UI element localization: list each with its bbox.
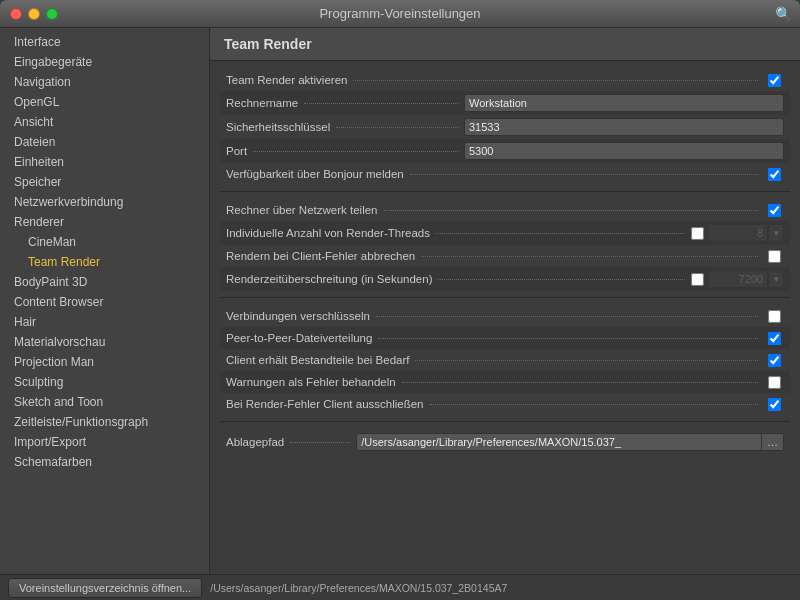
row-port: Port — [220, 139, 790, 163]
sidebar-item-team-render[interactable]: Team Render — [0, 252, 209, 272]
sidebar-item-interface[interactable]: Interface — [0, 32, 209, 52]
control-client-fehler[interactable] — [764, 250, 784, 263]
render-fehler-checkbox[interactable] — [768, 398, 781, 411]
label-renderzeitüberschreitung: Renderzeitüberschreitung (in Sekunden) — [226, 273, 691, 285]
label-verbindungen: Verbindungen verschlüsseln — [226, 310, 764, 322]
sidebar-item-eingabegerate[interactable]: Eingabegeräte — [0, 52, 209, 72]
control-render-fehler[interactable] — [764, 398, 784, 411]
sidebar-item-cineman[interactable]: CineMan — [0, 232, 209, 252]
sidebar-item-import-export[interactable]: Import/Export — [0, 432, 209, 452]
sicherheitsschluessel-input[interactable] — [464, 118, 784, 136]
content-area: Team Render Team Render aktivieren Rec — [210, 28, 800, 574]
window-controls — [10, 8, 58, 20]
control-rechnername — [464, 94, 784, 112]
ablagepfad-browse-button[interactable]: … — [762, 433, 784, 451]
renderzeitüberschreitung-checkbox[interactable] — [691, 273, 704, 286]
divider-1 — [220, 191, 790, 197]
search-icon[interactable]: 🔍 — [775, 6, 792, 22]
render-threads-checkbox[interactable] — [691, 227, 704, 240]
sidebar-item-hair[interactable]: Hair — [0, 312, 209, 332]
window-title: Programm-Voreinstellungen — [319, 6, 480, 21]
port-input[interactable] — [464, 142, 784, 160]
sidebar-item-einheiten[interactable]: Einheiten — [0, 152, 209, 172]
sidebar-item-sketch-toon[interactable]: Sketch and Toon — [0, 392, 209, 412]
label-rechnername: Rechnername — [226, 97, 464, 109]
sidebar-item-speicher[interactable]: Speicher — [0, 172, 209, 192]
open-preferences-button[interactable]: Voreinstellungsverzeichnis öffnen... — [8, 578, 202, 598]
label-team-render-aktivieren: Team Render aktivieren — [226, 74, 764, 86]
control-render-threads: ▾ — [691, 224, 784, 242]
control-sicherheitsschluessel — [464, 118, 784, 136]
checkbox-team-render[interactable] — [764, 74, 784, 87]
render-threads-spinner-btn: ▾ — [768, 224, 784, 242]
renderzeitüberschreitung-spinner-btn: ▾ — [768, 270, 784, 288]
close-button[interactable] — [10, 8, 22, 20]
label-warnungen: Warnungen als Fehler behandeln — [226, 376, 764, 388]
divider-2 — [220, 297, 790, 303]
sidebar-item-projection-man[interactable]: Projection Man — [0, 352, 209, 372]
control-warnungen[interactable] — [764, 376, 784, 389]
sidebar-item-content-browser[interactable]: Content Browser — [0, 292, 209, 312]
ablagepfad-input[interactable] — [356, 433, 762, 451]
netzwerk-teilen-checkbox[interactable] — [768, 204, 781, 217]
warnungen-checkbox[interactable] — [768, 376, 781, 389]
control-bonjour[interactable] — [764, 168, 784, 181]
content-body: Team Render aktivieren Rechnername — [210, 61, 800, 463]
label-render-fehler: Bei Render-Fehler Client ausschließen — [226, 398, 764, 410]
maximize-button[interactable] — [46, 8, 58, 20]
label-bonjour: Verfügbarkeit über Bonjour melden — [226, 168, 764, 180]
sidebar-item-ansicht[interactable]: Ansicht — [0, 112, 209, 132]
label-peer-to-peer: Peer-to-Peer-Dateiverteilung — [226, 332, 764, 344]
sidebar-item-navigation[interactable]: Navigation — [0, 72, 209, 92]
control-netzwerk-teilen[interactable] — [764, 204, 784, 217]
label-render-threads: Individuelle Anzahl von Render-Threads — [226, 227, 691, 239]
row-render-threads: Individuelle Anzahl von Render-Threads ▾ — [220, 221, 790, 245]
sidebar-item-opengl[interactable]: OpenGL — [0, 92, 209, 112]
label-sicherheitsschluessel: Sicherheitsschlüssel — [226, 121, 464, 133]
row-ablagepfad: Ablagepfad … — [220, 429, 790, 455]
row-renderzeitüberschreitung: Renderzeitüberschreitung (in Sekunden) ▾ — [220, 267, 790, 291]
peer-to-peer-checkbox[interactable] — [768, 332, 781, 345]
client-fehler-checkbox[interactable] — [768, 250, 781, 263]
verbindungen-checkbox[interactable] — [768, 310, 781, 323]
renderzeitüberschreitung-spinner: ▾ — [708, 270, 784, 288]
row-bonjour: Verfügbarkeit über Bonjour melden — [220, 163, 790, 185]
bonjour-checkbox[interactable] — [768, 168, 781, 181]
divider-3 — [220, 421, 790, 427]
row-verbindungen: Verbindungen verschlüsseln — [220, 305, 790, 327]
sidebar-item-netzwerkverbindung[interactable]: Netzwerkverbindung — [0, 192, 209, 212]
preferences-path: /Users/asanger/Library/Preferences/MAXON… — [210, 582, 507, 594]
row-netzwerk-teilen: Rechner über Netzwerk teilen — [220, 199, 790, 221]
sidebar-item-zeitleiste[interactable]: Zeitleiste/Funktionsgraph — [0, 412, 209, 432]
sidebar-item-sculpting[interactable]: Sculpting — [0, 372, 209, 392]
sidebar-item-materialvorschau[interactable]: Materialvorschau — [0, 332, 209, 352]
section-team-render: Team Render aktivieren Rechnername — [220, 69, 790, 185]
row-client-fehler: Rendern bei Client-Fehler abbrechen — [220, 245, 790, 267]
row-team-render-aktivieren: Team Render aktivieren — [220, 69, 790, 91]
control-port — [464, 142, 784, 160]
section-client: Verbindungen verschlüsseln Peer-to-Peer-… — [220, 305, 790, 415]
control-client-bestandteile[interactable] — [764, 354, 784, 367]
label-port: Port — [226, 145, 464, 157]
row-rechnername: Rechnername — [220, 91, 790, 115]
titlebar: Programm-Voreinstellungen 🔍 — [0, 0, 800, 28]
sidebar-item-schemafarben[interactable]: Schemafarben — [0, 452, 209, 472]
main-layout: Interface Eingabegeräte Navigation OpenG… — [0, 28, 800, 574]
row-peer-to-peer: Peer-to-Peer-Dateiverteilung — [220, 327, 790, 349]
sidebar-item-dateien[interactable]: Dateien — [0, 132, 209, 152]
team-render-checkbox[interactable] — [768, 74, 781, 87]
row-render-fehler: Bei Render-Fehler Client ausschließen — [220, 393, 790, 415]
client-bestandteile-checkbox[interactable] — [768, 354, 781, 367]
sidebar-item-bodypaint3d[interactable]: BodyPaint 3D — [0, 272, 209, 292]
control-renderzeitüberschreitung: ▾ — [691, 270, 784, 288]
sidebar-item-renderer[interactable]: Renderer — [0, 212, 209, 232]
minimize-button[interactable] — [28, 8, 40, 20]
control-peer-to-peer[interactable] — [764, 332, 784, 345]
rechnername-input[interactable] — [464, 94, 784, 112]
section-network: Rechner über Netzwerk teilen Individuell… — [220, 199, 790, 291]
bottom-bar: Voreinstellungsverzeichnis öffnen... /Us… — [0, 574, 800, 600]
sidebar: Interface Eingabegeräte Navigation OpenG… — [0, 28, 210, 574]
render-threads-spinner: ▾ — [708, 224, 784, 242]
content-header: Team Render — [210, 28, 800, 61]
control-verbindungen[interactable] — [764, 310, 784, 323]
